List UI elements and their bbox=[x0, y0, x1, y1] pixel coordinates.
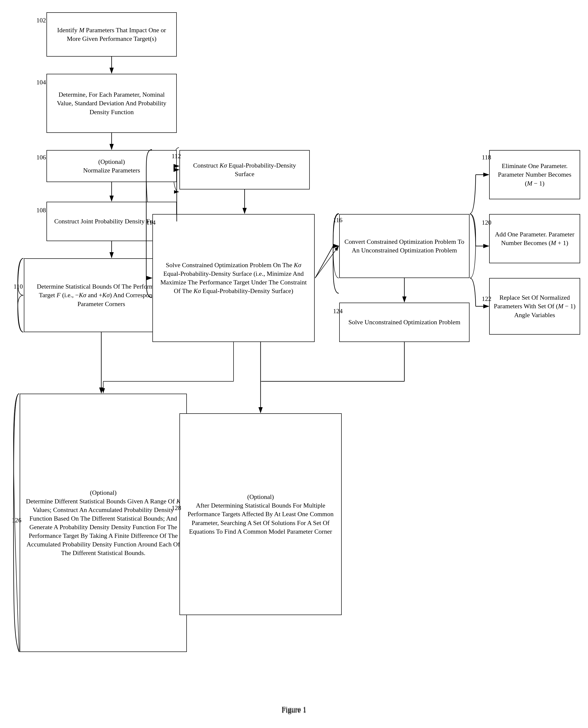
box-124: Solve Unconstrained Optimization Problem bbox=[339, 303, 469, 342]
label-116: 116 bbox=[333, 217, 342, 224]
box-122-text: Replace Set Of Normalized Parameters Wit… bbox=[493, 293, 576, 319]
box-118: Eliminate One Parameter. Parameter Numbe… bbox=[489, 150, 580, 199]
label-120: 120 bbox=[482, 219, 491, 226]
box-126: (Optional) Determine Different Statistic… bbox=[20, 393, 187, 652]
box-126-text: (Optional) Determine Different Statistic… bbox=[24, 488, 183, 558]
box-116-text: Convert Constrained Optimization Problem… bbox=[344, 238, 465, 255]
box-128: (Optional) After Determining Statistical… bbox=[180, 413, 342, 615]
label-112: 112 bbox=[172, 153, 181, 160]
label-118: 118 bbox=[482, 154, 491, 161]
box-122: Replace Set Of Normalized Parameters Wit… bbox=[489, 278, 580, 335]
box-118-text: Eliminate One Parameter. Parameter Numbe… bbox=[493, 162, 576, 187]
label-108: 108 bbox=[36, 207, 46, 214]
label-102: 102 bbox=[36, 17, 46, 24]
box-104: Determine, For Each Parameter, Nominal V… bbox=[46, 74, 177, 133]
box-112: Construct Kσ Equal-Probability-Density S… bbox=[180, 150, 310, 189]
box-114: Solve Constrained Optimization Problem O… bbox=[152, 214, 315, 342]
label-122: 122 bbox=[482, 295, 491, 303]
box-104-text: Determine, For Each Parameter, Nominal V… bbox=[51, 90, 172, 116]
box-102: Identify M Parameters That Impact One or… bbox=[46, 12, 177, 57]
label-126: 126 bbox=[12, 517, 21, 524]
label-106: 106 bbox=[36, 154, 46, 161]
label-128: 128 bbox=[172, 504, 181, 512]
label-114: 114 bbox=[146, 219, 155, 226]
box-102-text: Identify M Parameters That Impact One or… bbox=[51, 26, 172, 43]
label-104: 104 bbox=[36, 79, 46, 86]
box-116: Convert Constrained Optimization Problem… bbox=[339, 214, 469, 278]
box-128-text: (Optional) After Determining Statistical… bbox=[184, 492, 337, 535]
box-114-text: Solve Constrained Optimization Problem O… bbox=[157, 261, 310, 295]
figure-caption: Figure 1 bbox=[282, 706, 307, 714]
label-124: 124 bbox=[333, 307, 343, 315]
box-120-text: Add One Parameter. Parameter Number Beco… bbox=[493, 230, 576, 247]
box-112-text: Construct Kσ Equal-Probability-Density S… bbox=[184, 161, 305, 178]
box-106: (Optional)Normalize Parameters bbox=[46, 150, 177, 182]
label-110: 110 bbox=[14, 283, 23, 290]
box-120: Add One Parameter. Parameter Number Beco… bbox=[489, 214, 580, 263]
svg-line-21 bbox=[315, 246, 339, 278]
box-106-text: (Optional)Normalize Parameters bbox=[83, 158, 140, 175]
svg-line-33 bbox=[315, 246, 333, 278]
box-124-text: Solve Unconstrained Optimization Problem bbox=[348, 318, 460, 326]
diagram-container: Identify M Parameters That Impact One or… bbox=[0, 0, 588, 728]
